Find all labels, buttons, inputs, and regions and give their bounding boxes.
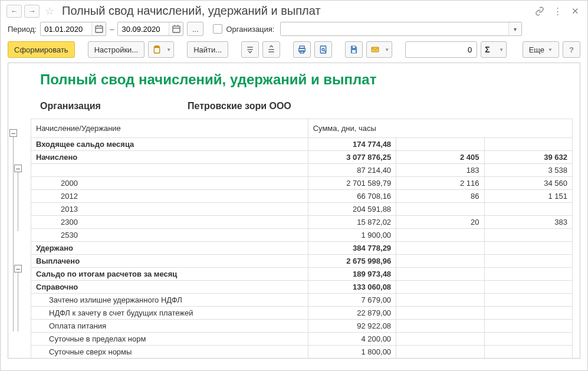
- row-value-2: [396, 320, 484, 333]
- row-value-1: 66 708,16: [308, 190, 396, 203]
- row-value-3: [484, 268, 572, 281]
- close-icon[interactable]: ✕: [569, 5, 582, 18]
- report-title: Полный свод начислений, удержаний и выпл…: [40, 71, 573, 88]
- row-label: 2530: [31, 229, 308, 242]
- chevron-down-icon: ▼: [499, 47, 504, 52]
- table-row[interactable]: Суточные сверх нормы1 800,00: [31, 346, 573, 359]
- row-value-3: [484, 281, 572, 294]
- row-label: 2012: [31, 190, 308, 203]
- tree-collapse-column: – – –: [9, 129, 24, 346]
- table-row[interactable]: Оплата питания92 922,08: [31, 320, 573, 333]
- date-from-input[interactable]: [41, 22, 91, 35]
- row-value-2: [396, 138, 484, 151]
- nav-forward-button[interactable]: →: [24, 5, 40, 18]
- link-icon[interactable]: [533, 5, 546, 18]
- row-value-2: [396, 203, 484, 216]
- help-button[interactable]: ?: [563, 41, 580, 58]
- table-row[interactable]: 2013204 591,88: [31, 203, 573, 216]
- row-value-2: [396, 242, 484, 255]
- svg-rect-22: [372, 47, 379, 52]
- row-value-3: [484, 346, 572, 359]
- table-row[interactable]: 25301 900,00: [31, 229, 573, 242]
- table-row[interactable]: Удержано384 778,29: [31, 242, 573, 255]
- row-value-3: [484, 333, 572, 346]
- row-value-1: 4 200,00: [308, 333, 396, 346]
- date-to-calendar-button[interactable]: [169, 22, 183, 35]
- generate-button[interactable]: Сформировать: [8, 41, 75, 58]
- table-row[interactable]: НДФЛ к зачету в счет будущих платежей22 …: [31, 307, 573, 320]
- table-row[interactable]: Суточные в пределах норм4 200,00: [31, 333, 573, 346]
- sigma-icon: Σ: [485, 45, 490, 54]
- row-value-1: 384 778,29: [308, 242, 396, 255]
- row-label: НДФЛ к зачету в счет будущих платежей: [31, 307, 308, 320]
- nav-back-button[interactable]: ←: [6, 5, 22, 18]
- help-icon: ?: [569, 45, 574, 54]
- table-row[interactable]: Сальдо по итогам расчетов за месяц189 97…: [31, 268, 573, 281]
- table-row[interactable]: Входящее сальдо месяца174 774,48: [31, 138, 573, 151]
- settings-button[interactable]: Настройки...: [88, 41, 145, 58]
- org-select-dropdown-button[interactable]: ▾: [508, 22, 521, 35]
- collapse-toggle[interactable]: –: [9, 129, 17, 137]
- table-row[interactable]: 20002 701 589,792 11634 560: [31, 177, 573, 190]
- period-picker-button[interactable]: ...: [187, 22, 203, 36]
- more-button[interactable]: Еще ▼: [523, 41, 559, 58]
- row-value-3: 3 538: [484, 164, 572, 177]
- row-value-2: [396, 268, 484, 281]
- table-row[interactable]: 87 214,401833 538: [31, 164, 573, 177]
- report-scroll[interactable]: Полный свод начислений, удержаний и выпл…: [8, 63, 580, 358]
- org-select-input[interactable]: [281, 22, 508, 35]
- row-label: 2000: [31, 177, 308, 190]
- preview-button[interactable]: [314, 41, 332, 58]
- row-value-1: 87 214,40: [308, 164, 396, 177]
- favorite-star-icon[interactable]: ☆: [42, 5, 57, 18]
- org-select: ▾: [280, 22, 522, 36]
- table-row[interactable]: 201266 708,16861 151: [31, 190, 573, 203]
- table-row[interactable]: Начислено3 077 876,252 40539 632: [31, 151, 573, 164]
- number-input[interactable]: [406, 45, 477, 54]
- table-row[interactable]: Справочно133 060,08: [31, 281, 573, 294]
- date-from-input-wrap: [40, 22, 106, 36]
- table-row[interactable]: Выплачено2 675 998,96: [31, 255, 573, 268]
- period-dash: –: [110, 25, 114, 34]
- svg-point-18: [322, 48, 324, 51]
- row-label: 2300: [31, 216, 308, 229]
- column-header-sum: Сумма, дни, часы: [308, 119, 572, 138]
- org-filter-checkbox[interactable]: [213, 24, 222, 34]
- row-label: Оплата питания: [31, 320, 308, 333]
- table-row[interactable]: 230015 872,0220383: [31, 216, 573, 229]
- find-button[interactable]: Найти...: [187, 41, 228, 58]
- row-value-1: 22 879,00: [308, 307, 396, 320]
- row-label: Входящее сальдо месяца: [31, 138, 308, 151]
- row-value-3: [484, 203, 572, 216]
- table-row[interactable]: Зачтено излишне удержанного НДФЛ7 679,00: [31, 294, 573, 307]
- row-value-3: [484, 255, 572, 268]
- save-button[interactable]: [345, 41, 363, 58]
- row-value-2: 20: [396, 216, 484, 229]
- sum-button[interactable]: Σ ▼: [481, 41, 507, 58]
- date-to-input[interactable]: [118, 22, 169, 35]
- row-value-2: 2 405: [396, 151, 484, 164]
- collapse-toggle[interactable]: –: [14, 265, 22, 272]
- row-value-1: 3 077 876,25: [308, 151, 396, 164]
- preview-icon: [318, 45, 328, 54]
- print-button[interactable]: [293, 41, 311, 58]
- collapse-rows-button[interactable]: [262, 41, 280, 58]
- more-menu-icon[interactable]: ⋮: [551, 5, 564, 18]
- row-label: Выплачено: [31, 255, 308, 268]
- row-value-3: 34 560: [484, 177, 572, 190]
- expand-rows-button[interactable]: [241, 41, 259, 58]
- date-from-calendar-button[interactable]: [91, 22, 106, 35]
- collapse-toggle[interactable]: –: [14, 165, 22, 172]
- page-title: Полный свод начислений, удержаний и выпл…: [60, 4, 531, 18]
- row-label: Начислено: [31, 151, 308, 164]
- row-label: Удержано: [31, 242, 308, 255]
- chevron-down-icon: ▼: [166, 47, 171, 52]
- email-button[interactable]: ▼: [366, 41, 392, 58]
- save-settings-button[interactable]: ▼: [148, 41, 174, 58]
- row-value-1: 92 922,08: [308, 320, 396, 333]
- email-icon: [370, 45, 380, 54]
- row-value-2: 86: [396, 190, 484, 203]
- row-value-1: 174 774,48: [308, 138, 396, 151]
- row-label: Справочно: [31, 281, 308, 294]
- row-value-3: [484, 138, 572, 151]
